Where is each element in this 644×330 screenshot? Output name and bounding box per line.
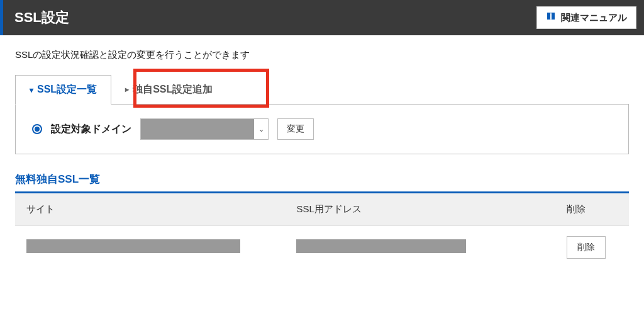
chevron-right-icon: ▸ bbox=[125, 85, 129, 94]
tab-ssl-add-label: 独自SSL設定追加 bbox=[133, 83, 213, 96]
tab-ssl-list[interactable]: ▾ SSL設定一覧 bbox=[15, 75, 111, 105]
table-row: 削除 bbox=[15, 226, 629, 270]
redacted-site-value bbox=[26, 239, 240, 253]
cell-delete: 削除 bbox=[555, 226, 629, 270]
content-area: SSLの設定状況確認と設定の変更を行うことができます ▾ SSL設定一覧 ▸ 独… bbox=[0, 35, 644, 283]
page-header: SSL設定 関連マニュアル bbox=[0, 0, 644, 35]
tab-ssl-add[interactable]: ▸ 独自SSL設定追加 bbox=[111, 75, 226, 104]
cell-site bbox=[15, 226, 285, 270]
chevron-down-icon: ▾ bbox=[30, 86, 33, 94]
chevron-down-icon: ⌄ bbox=[254, 119, 268, 139]
table-header-site: サイト bbox=[15, 193, 285, 226]
related-manual-button[interactable]: 関連マニュアル bbox=[536, 6, 636, 29]
domain-select[interactable]: ⌄ bbox=[140, 118, 269, 140]
redacted-address-value bbox=[296, 239, 466, 253]
domain-selector-panel: 設定対象ドメイン ⌄ 変更 bbox=[15, 105, 629, 154]
radio-selected-icon bbox=[32, 124, 42, 134]
page-title: SSL設定 bbox=[3, 8, 69, 27]
table-header-address: SSL用アドレス bbox=[285, 193, 555, 226]
table-header-row: サイト SSL用アドレス 削除 bbox=[15, 193, 629, 226]
tab-bar: ▾ SSL設定一覧 ▸ 独自SSL設定追加 bbox=[15, 75, 629, 105]
ssl-list-table: サイト SSL用アドレス 削除 削除 bbox=[15, 193, 629, 269]
domain-select-value-redacted bbox=[141, 119, 254, 139]
page-description: SSLの設定状況確認と設定の変更を行うことができます bbox=[15, 49, 629, 61]
book-icon bbox=[546, 11, 556, 24]
section-title-free-ssl: 無料独自SSL一覧 bbox=[15, 172, 629, 193]
cell-address bbox=[285, 226, 555, 270]
domain-select-label: 設定対象ドメイン bbox=[51, 123, 131, 136]
table-header-delete: 削除 bbox=[555, 193, 629, 226]
tab-ssl-list-label: SSL設定一覧 bbox=[37, 83, 97, 96]
delete-button[interactable]: 削除 bbox=[567, 236, 606, 259]
related-manual-label: 関連マニュアル bbox=[561, 12, 627, 24]
change-domain-button[interactable]: 変更 bbox=[277, 118, 314, 140]
